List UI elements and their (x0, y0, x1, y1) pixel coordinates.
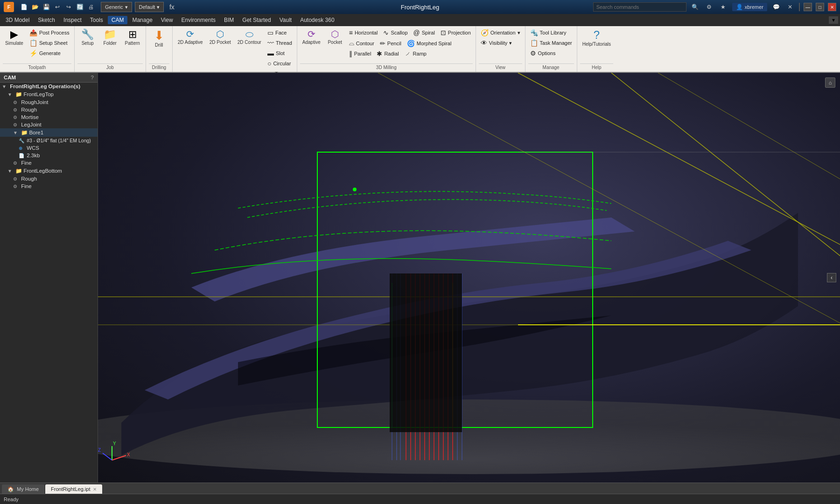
cam-label: CAM (4, 75, 16, 80)
menu-bar: 3D Model Sketch Inspect Tools CAM Manage… (0, 14, 840, 26)
circular-button[interactable]: ○ Circular (266, 59, 294, 68)
pencil-button[interactable]: ✏ Pencil (378, 39, 403, 48)
ribbon-section-manage: 🔩 Tool Library 📋 Task Manager ⚙ Options … (525, 26, 577, 72)
help-button[interactable]: ? Help/Tutorials (580, 28, 613, 48)
tab-home[interactable]: 🏠 My Home (2, 484, 44, 494)
ramp-button[interactable]: ⟋ Ramp (403, 49, 428, 58)
menu-sketch[interactable]: Sketch (34, 16, 59, 24)
menu-3dmodel[interactable]: 3D Model (2, 16, 33, 24)
drill-button[interactable]: ⬇ Drill (149, 28, 169, 49)
tree-bore1-tool[interactable]: 🔧 #3 - Ø1/4" flat (1/4" EM Long) (0, 137, 98, 144)
tool-library-icon: 🔩 (530, 29, 538, 36)
tree-rough1[interactable]: ⚙ Rough (0, 106, 98, 113)
tree-rough2[interactable]: ⚙ Rough (0, 175, 98, 182)
bookmark-icon[interactable]: ★ (718, 2, 728, 12)
tree-root[interactable]: ▼ FrontRightLeg Operation(s) (0, 83, 98, 90)
post-process-button[interactable]: 📤 Post Process (28, 28, 71, 37)
sync-button[interactable]: 🔄 (75, 2, 85, 12)
task-manager-button[interactable]: 📋 Task Manager (528, 38, 574, 48)
horizontal-label: Horizontal (355, 30, 378, 35)
profile-dropdown[interactable]: Default ▾ (135, 2, 164, 12)
undo-button[interactable]: ↩ (52, 2, 63, 12)
scallop-button[interactable]: ∿ Scallop (381, 28, 409, 37)
menu-inspect[interactable]: Inspect (60, 16, 85, 24)
contour2d-button[interactable]: ⬭ 2D Contour (235, 28, 264, 46)
redo-button[interactable]: ↪ (63, 2, 74, 12)
tree-root-label: FrontRightLeg Operation(s) (10, 84, 80, 89)
options-label: Options (538, 50, 556, 56)
tree-fine2[interactable]: ⚙ Fine (0, 182, 98, 190)
tree-legjoint[interactable]: ⚙ LegJoint (0, 121, 98, 128)
menu-autodesk360[interactable]: Autodesk 360 (296, 16, 338, 24)
pocket2d-button[interactable]: ⬡ 2D Pocket (207, 28, 233, 46)
menu-bim[interactable]: BIM (220, 16, 238, 24)
setup-button[interactable]: 🔧 Setup (77, 28, 98, 47)
chat-icon[interactable]: 💬 (771, 2, 781, 12)
projection-button[interactable]: ⊡ Projection (439, 28, 473, 37)
print-button[interactable]: 🖨 (86, 2, 96, 12)
folder-button[interactable]: 📁 Folder (100, 28, 120, 47)
tree-wcs[interactable]: ⊕ WCS (0, 144, 98, 152)
formula-btn[interactable]: fx (167, 2, 177, 12)
close-online-btn[interactable]: ✕ (785, 2, 795, 12)
generate-button[interactable]: ⚡ Generate (28, 49, 71, 58)
tab-frontrightleg[interactable]: FrontRightLeg.ipt ✕ (45, 484, 102, 494)
tree-roughjoint[interactable]: ⚙ RoughJoint (0, 98, 98, 106)
save-button[interactable]: 💾 (41, 2, 51, 12)
visibility-button[interactable]: 👁 Visibility ▾ (479, 38, 522, 48)
parallel-button[interactable]: ∥ Parallel (347, 49, 373, 58)
thread-label: Thread (276, 40, 292, 46)
viewport[interactable]: X Y Z ⌂ ‹ (98, 73, 840, 483)
menu-vault[interactable]: Vault (276, 16, 295, 24)
adaptive3d-button[interactable]: ⟳ Adaptive (300, 28, 323, 46)
view-home-btn[interactable]: ⌂ (825, 77, 835, 88)
pattern-button[interactable]: ⊞ Pattern (122, 28, 143, 47)
menu-getstarted[interactable]: Get Started (238, 16, 274, 24)
horizontal-button[interactable]: ≡ Horizontal (347, 28, 380, 37)
tree-mortise[interactable]: ⚙ Mortise (0, 113, 98, 121)
menu-cam[interactable]: CAM (108, 16, 128, 24)
tree-fine1[interactable]: ⚙ Fine (0, 159, 98, 167)
panel-toggle-btn[interactable]: ‹ (827, 273, 836, 282)
morphed-spiral-button[interactable]: 🌀 Morphed Spiral (405, 39, 454, 48)
3dmilling-row3: ∥ Parallel ✱ Radial ⟋ Ramp (347, 49, 473, 58)
tab-close-btn[interactable]: ✕ (93, 487, 97, 492)
ribbon-expand-btn[interactable]: ▾ (829, 16, 838, 24)
workspace-dropdown[interactable]: Generic ▾ (101, 2, 132, 12)
minimize-button[interactable]: — (804, 3, 812, 11)
spiral-icon: @ (413, 29, 420, 36)
simulate-button[interactable]: ▶ Simulate (3, 28, 26, 47)
options-icon: ⚙ (530, 49, 536, 57)
contour3d-button[interactable]: ⌓ Contour (347, 38, 376, 48)
tree-frontlegbottom[interactable]: ▼ 📁 FrontLegBottom (0, 167, 98, 175)
menu-tools[interactable]: Tools (86, 16, 107, 24)
view-sub: 🧭 Orientation ▾ 👁 Visibility ▾ (479, 28, 522, 48)
maximize-button[interactable]: □ (816, 3, 824, 11)
new-button[interactable]: 📄 (19, 2, 29, 12)
settings-icon[interactable]: ⚙ (704, 2, 714, 12)
face-icon: ▭ (267, 29, 273, 36)
tool-library-button[interactable]: 🔩 Tool Library (528, 28, 574, 37)
menu-view[interactable]: View (157, 16, 177, 24)
search-input[interactable] (593, 2, 686, 12)
adaptive2d-button[interactable]: ⟳ 2D Adaptive (175, 28, 205, 46)
thread-button[interactable]: 〰 Thread (266, 38, 294, 48)
menu-environments[interactable]: Environments (178, 16, 219, 24)
slot-button[interactable]: ▬ Slot (266, 49, 294, 58)
open-button[interactable]: 📂 (30, 2, 40, 12)
face-button[interactable]: ▭ Face (266, 28, 294, 37)
sidebar-help-icon[interactable]: ? (91, 75, 94, 80)
orientation-button[interactable]: 🧭 Orientation ▾ (479, 28, 522, 37)
tree-bore1[interactable]: ▼ 📁 Bore1 (0, 128, 98, 137)
tree-frontlegtop[interactable]: ▼ 📁 FrontLegTop (0, 90, 98, 98)
close-button[interactable]: ✕ (828, 3, 836, 11)
spiral-button[interactable]: @ Spiral (412, 28, 437, 37)
pocket3d-button[interactable]: ⬡ Pocket (325, 28, 345, 46)
search-icon[interactable]: 🔍 (690, 2, 700, 12)
radial-button[interactable]: ✱ Radial (375, 49, 400, 58)
menu-manage[interactable]: Manage (128, 16, 156, 24)
user-profile[interactable]: 👤 xbremer (732, 3, 767, 11)
3d-canvas[interactable]: X Y Z ⌂ ‹ (98, 73, 840, 483)
setup-sheet-button[interactable]: 📋 Setup Sheet (28, 38, 71, 48)
options-button[interactable]: ⚙ Options (528, 49, 574, 58)
